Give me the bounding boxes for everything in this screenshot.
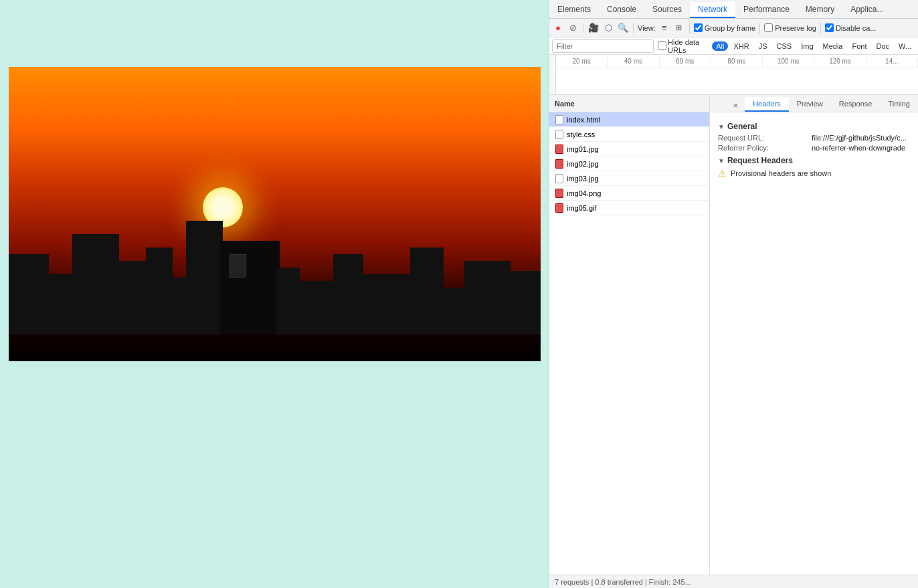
filter-media[interactable]: Media — [819, 41, 847, 51]
white-file-icon-3 — [555, 174, 563, 183]
tab-timing[interactable]: Timing — [880, 97, 918, 112]
file-icon-img01 — [555, 144, 564, 154]
white-file-icon-2 — [555, 130, 563, 139]
timeline-tick-row: 20 ms 40 ms 60 ms 80 ms 100 ms 120 ms 14… — [556, 58, 918, 68]
name-list-header: Name — [549, 95, 709, 112]
slideshow-container — [9, 67, 541, 361]
tick-14x: 14... — [866, 58, 918, 68]
search-icon[interactable]: 🔍 — [617, 22, 629, 34]
filter-img[interactable]: Img — [797, 41, 817, 51]
referrer-policy-value: no-referrer-when-downgrade — [812, 144, 905, 152]
file-row-img04[interactable]: img04.png — [549, 186, 709, 201]
view-label: View: — [638, 24, 656, 32]
filter-all[interactable]: All — [712, 41, 728, 51]
warning-triangle-icon: ⚠ — [718, 168, 727, 179]
filter-font[interactable]: Font — [848, 41, 870, 51]
detail-close-button[interactable]: × — [729, 99, 743, 112]
toolbar-separator-4 — [759, 23, 760, 33]
red-file-icon-3 — [555, 189, 563, 198]
referrer-policy-row: Referrer Policy: no-referrer-when-downgr… — [718, 144, 910, 152]
main-content: Name index.html style.css img01.jpg — [549, 95, 918, 575]
tab-memory[interactable]: Memory — [798, 2, 842, 18]
status-bar: 7 requests | 0.8 transferred | Finish: 2… — [549, 575, 918, 588]
devtools-panel: Elements Console Sources Network Perform… — [549, 0, 918, 588]
file-row-index-html[interactable]: index.html — [549, 112, 709, 127]
list-view-icon[interactable]: ≡ — [658, 22, 670, 34]
disable-cache-label[interactable]: Disable ca... — [825, 23, 877, 32]
status-text: 7 requests | 0.8 transferred | Finish: 2… — [555, 578, 691, 586]
tick-20ms: 20 ms — [556, 58, 608, 68]
name-list: Name index.html style.css img01.jpg — [549, 95, 710, 575]
disable-cache-checkbox[interactable] — [825, 23, 834, 32]
toolbar-separator-1 — [583, 23, 583, 33]
tick-80ms: 80 ms — [711, 58, 763, 68]
filter-icon[interactable]: ⬡ — [602, 22, 614, 34]
file-row-style-css[interactable]: style.css — [549, 127, 709, 142]
tick-40ms: 40 ms — [608, 58, 659, 68]
tab-preview[interactable]: Preview — [789, 97, 831, 112]
file-row-img05[interactable]: img05.gif — [549, 201, 709, 215]
hide-data-urls-checkbox[interactable] — [658, 41, 666, 50]
referrer-policy-key: Referrer Policy: — [718, 144, 812, 152]
devtools-tab-bar: Elements Console Sources Network Perform… — [549, 0, 918, 19]
filter-ws[interactable]: W... — [895, 41, 915, 51]
red-file-icon-4 — [555, 203, 563, 213]
provisional-headers-warning: ⚠ Provisional headers are shown — [718, 168, 910, 179]
detail-content: General Request URL: file:///E:/gjf-gith… — [710, 112, 918, 575]
request-url-row: Request URL: file:///E:/gjf-github/jsStu… — [718, 134, 910, 142]
file-row-img02[interactable]: img02.jpg — [549, 157, 709, 171]
tab-console[interactable]: Console — [599, 2, 644, 18]
file-icon-img02 — [555, 159, 564, 169]
file-row-img01[interactable]: img01.jpg — [549, 142, 709, 157]
provisional-headers-text: Provisional headers are shown — [731, 169, 831, 177]
preserve-log-checkbox[interactable] — [764, 23, 773, 32]
request-headers-section-header[interactable]: Request Headers — [718, 156, 910, 165]
tick-120ms: 120 ms — [814, 58, 866, 68]
file-icon-img03 — [555, 174, 564, 183]
tick-100ms: 100 ms — [763, 58, 814, 68]
file-icon-style-css — [555, 130, 564, 139]
tab-elements[interactable]: Elements — [549, 2, 599, 18]
filter-bar: Hide data URLs All XHR JS CSS Img Media … — [549, 37, 918, 55]
group-by-frame-label[interactable]: Group by frame — [694, 23, 755, 32]
hide-data-urls-label[interactable]: Hide data URLs — [658, 38, 708, 54]
tick-60ms: 60 ms — [660, 58, 711, 68]
timeline-empty — [556, 68, 918, 95]
timeline-area: 20 ms 40 ms 60 ms 80 ms 100 ms 120 ms 14… — [549, 55, 918, 95]
filter-type-buttons: All XHR JS CSS Img Media Font Doc W... — [712, 41, 915, 51]
request-url-key: Request URL: — [718, 134, 812, 142]
camera-icon[interactable]: 🎥 — [587, 22, 600, 34]
timeline-chart: 20 ms 40 ms 60 ms 80 ms 100 ms 120 ms 14… — [556, 55, 918, 94]
devtools-toolbar: ● ⊘ 🎥 ⬡ 🔍 View: ≡ ⊞ Group by frame Prese… — [549, 19, 918, 37]
tab-network[interactable]: Network — [690, 2, 735, 18]
group-by-frame-checkbox[interactable] — [694, 23, 703, 32]
filter-doc[interactable]: Doc — [872, 41, 893, 51]
filter-xhr[interactable]: XHR — [729, 41, 753, 51]
webpage-area — [0, 0, 549, 588]
request-url-value: file:///E:/gjf-github/jsStudy/c... — [812, 134, 907, 142]
filter-css[interactable]: CSS — [773, 41, 796, 51]
preserve-log-label[interactable]: Preserve log — [764, 23, 816, 32]
screenshot-icon[interactable]: ⊞ — [673, 22, 685, 34]
tab-application[interactable]: Applica... — [842, 2, 891, 18]
toolbar-separator-5 — [820, 23, 821, 33]
tab-performance[interactable]: Performance — [735, 2, 798, 18]
filter-js[interactable]: JS — [755, 41, 771, 51]
slideshow-image — [9, 67, 541, 361]
stop-icon[interactable]: ⊘ — [567, 22, 579, 34]
red-file-icon-1 — [555, 144, 563, 154]
general-section-header[interactable]: General — [718, 122, 910, 131]
tab-headers[interactable]: Headers — [745, 97, 789, 112]
filter-input[interactable] — [552, 39, 654, 53]
timeline-labels — [549, 55, 556, 94]
file-row-img03[interactable]: img03.jpg — [549, 171, 709, 186]
record-icon[interactable]: ● — [552, 22, 564, 34]
buildings-silhouette — [9, 201, 541, 334]
tab-sources[interactable]: Sources — [644, 2, 690, 18]
file-icon-img05 — [555, 203, 564, 213]
red-file-icon-2 — [555, 159, 563, 169]
detail-panel: × Headers Preview Response Timing Genera… — [710, 95, 918, 575]
tab-response[interactable]: Response — [831, 97, 881, 112]
file-icon-index-html — [555, 115, 564, 124]
toolbar-separator-2 — [633, 23, 634, 33]
